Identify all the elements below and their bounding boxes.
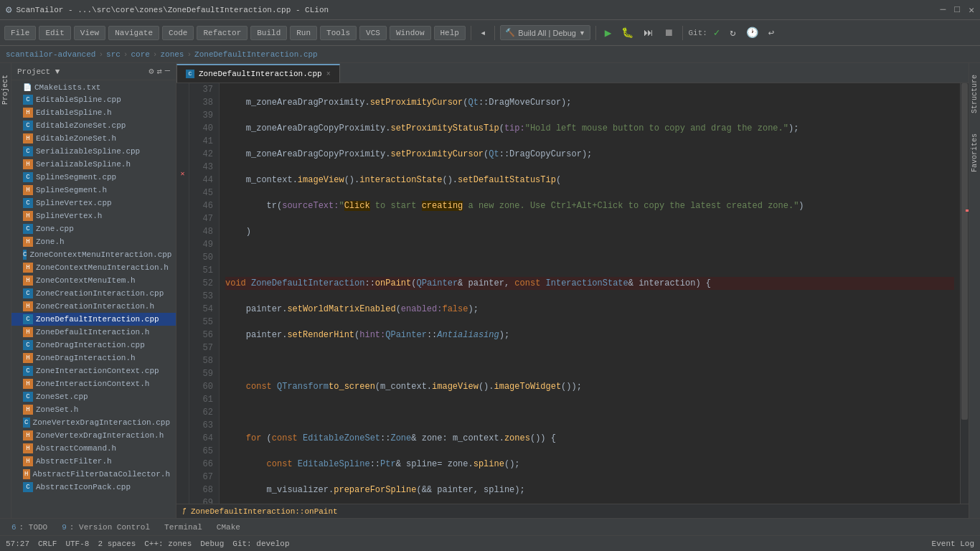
menu-code[interactable]: Code <box>162 26 194 40</box>
status-position[interactable]: 57:27 <box>6 540 29 548</box>
favorites-vtab[interactable]: Favorites <box>969 128 980 178</box>
file-zoneDragInteraction-h[interactable]: H ZoneDragInteraction.h <box>11 352 176 364</box>
file-icon-cpp7: C <box>23 250 27 260</box>
file-zoneDefaultInteraction-cpp[interactable]: C ZoneDefaultInteraction.cpp <box>11 313 176 326</box>
todo-tab[interactable]: 6 : TODO <box>6 522 53 533</box>
file-zoneContextMenuItem-h[interactable]: H ZoneContextMenuItem.h <box>11 274 176 287</box>
file-editableZoneSet-cpp[interactable]: C EditableZoneSet.cpp <box>11 119 176 132</box>
file-zoneDefaultInteraction-h[interactable]: H ZoneDefaultInteraction.h <box>11 326 176 339</box>
minimize-button[interactable]: ─ <box>941 4 946 16</box>
run-button[interactable]: ▶ <box>601 23 616 43</box>
version-control-tab[interactable]: 9 : Version Control <box>56 522 156 533</box>
file-abstractFilter-h[interactable]: H AbstractFilter.h <box>11 455 176 468</box>
menu-edit[interactable]: Edit <box>39 26 70 40</box>
scroll-indicator[interactable] <box>960 83 969 504</box>
file-serializableSpline-cpp[interactable]: C SerializableSpline.cpp <box>11 145 176 158</box>
code-editor[interactable]: ✕ <box>176 83 969 504</box>
file-abstractIconPack-cpp[interactable]: C AbstractIconPack.cpp <box>11 481 176 494</box>
tab-close-button[interactable]: × <box>326 70 331 78</box>
file-zoneCreationInteraction-cpp[interactable]: C ZoneCreationInteraction.cpp <box>11 287 176 300</box>
file-splineVertex-h[interactable]: H SplineVertex.h <box>11 209 176 222</box>
breadcrumb-item-file[interactable]: ZoneDefaultInteraction.cpp <box>194 50 318 59</box>
file-zoneInteractionContext-cpp[interactable]: C ZoneInteractionContext.cpp <box>11 364 176 377</box>
menu-file[interactable]: File <box>4 26 36 40</box>
line-50: for (const EditableZoneSet::Zone& zone :… <box>225 432 954 445</box>
titlebar-controls[interactable]: ─ □ ✕ <box>941 4 974 16</box>
project-vtab[interactable]: Project <box>0 69 11 110</box>
file-zoneVertexDragInteraction-cpp[interactable]: C ZoneVertexDragInteraction.cpp <box>11 416 176 429</box>
status-crlf[interactable]: CRLF <box>38 540 57 548</box>
file-zoneSet-h[interactable]: H ZoneSet.h <box>11 403 176 416</box>
close-button[interactable]: ✕ <box>969 4 974 16</box>
menu-window[interactable]: Window <box>390 26 431 40</box>
file-editableSpline-cpp[interactable]: C EditableSpline.cpp <box>11 93 176 106</box>
structure-vtab[interactable]: Structure <box>969 69 980 119</box>
file-icon-h13: H <box>23 405 33 415</box>
file-icon-h15: H <box>23 443 33 453</box>
active-tab[interactable]: C ZoneDefaultInteraction.cpp × <box>176 64 340 83</box>
sidebar-header: Project ▼ ⚙ ⇄ ─ <box>11 63 176 80</box>
file-zoneContextMenuInteraction-h[interactable]: H ZoneContextMenuInteraction.h <box>11 261 176 274</box>
git-sync-icon[interactable]: ↻ <box>726 24 739 42</box>
file-splineVertex-cpp[interactable]: C SplineVertex.cpp <box>11 197 176 209</box>
menu-navigate[interactable]: Navigate <box>108 26 159 40</box>
gutter-47 <box>176 204 189 216</box>
file-abstractCommand-h[interactable]: H AbstractCommand.h <box>11 442 176 455</box>
menu-refactor[interactable]: Refactor <box>197 26 248 40</box>
file-editableZoneSet-h[interactable]: H EditableZoneSet.h <box>11 132 176 145</box>
step-over-button[interactable]: ⏭ <box>640 24 657 42</box>
status-git-branch[interactable]: Git: develop <box>232 540 289 548</box>
file-splineSegment-cpp[interactable]: C SplineSegment.cpp <box>11 171 176 184</box>
menu-run[interactable]: Run <box>290 26 317 40</box>
breadcrumb-item-zones[interactable]: zones <box>160 50 184 59</box>
menu-vcs[interactable]: VCS <box>359 26 387 40</box>
file-abstractFilterDataCollector-h[interactable]: H AbstractFilterDataCollector.h <box>11 468 176 481</box>
build-button[interactable]: 🔨 Build All | Debug ▼ <box>500 25 590 40</box>
file-zoneSet-cpp[interactable]: C ZoneSet.cpp <box>11 390 176 403</box>
line-47 <box>225 354 954 367</box>
build-dropdown-arrow[interactable]: ▼ <box>579 29 585 37</box>
git-revert-icon[interactable]: ↩ <box>765 24 778 42</box>
line-43 <box>225 251 954 264</box>
status-indent[interactable]: 2 spaces <box>98 540 136 548</box>
file-splineSegment-h[interactable]: H SplineSegment.h <box>11 184 176 197</box>
file-zoneDragInteraction-cpp[interactable]: C ZoneDragInteraction.cpp <box>11 339 176 352</box>
status-mode[interactable]: Debug <box>200 540 224 548</box>
maximize-button[interactable]: □ <box>954 4 960 16</box>
file-zoneContextMenuInteraction-cpp[interactable]: C ZoneContextMenuInteraction.cpp <box>11 248 176 261</box>
file-zone-cpp[interactable]: C Zone.cpp <box>11 222 176 235</box>
back-icon[interactable]: ◂ <box>476 24 489 42</box>
status-encoding[interactable]: UTF-8 <box>65 540 89 548</box>
menu-help[interactable]: Help <box>434 26 466 40</box>
breadcrumb-item-src[interactable]: src <box>106 50 121 59</box>
menu-build[interactable]: Build <box>250 26 287 40</box>
tab-file-icon: C <box>186 70 194 78</box>
file-icon-cpp3: C <box>23 146 33 156</box>
file-zoneVertexDragInteraction-h[interactable]: H ZoneVertexDragInteraction.h <box>11 429 176 442</box>
file-zoneCreationInteraction-h[interactable]: H ZoneCreationInteraction.h <box>11 300 176 313</box>
scroll-thumb[interactable] <box>961 83 968 420</box>
event-log-button[interactable]: Event Log <box>932 540 974 548</box>
file-cmakeLists[interactable]: 📄 CMakeLists.txt <box>11 82 176 93</box>
sidebar-gear-icon[interactable]: ⚙ <box>149 66 154 77</box>
status-lang[interactable]: C++: zones <box>144 540 192 548</box>
sidebar-sync-icon[interactable]: ⇄ <box>157 66 162 77</box>
git-history-icon[interactable]: 🕐 <box>743 24 762 42</box>
terminal-tab[interactable]: Terminal <box>159 522 208 533</box>
file-icon-h16: H <box>23 456 33 466</box>
file-serializableSpline-h[interactable]: H SerializableSpline.h <box>11 158 176 171</box>
debug-button[interactable]: 🐛 <box>618 24 637 42</box>
breadcrumb-item-core[interactable]: core <box>131 50 149 59</box>
code-content[interactable]: m_zoneAreaDragProximity.setProximityCurs… <box>220 83 960 504</box>
git-check-icon[interactable]: ✓ <box>710 24 723 42</box>
toolbar-sep-3 <box>595 26 596 40</box>
breadcrumb-item-root[interactable]: scantailor-advanced <box>6 50 95 59</box>
file-zone-h[interactable]: H Zone.h <box>11 235 176 248</box>
sidebar-collapse-icon[interactable]: ─ <box>165 66 170 77</box>
menu-view[interactable]: View <box>74 26 105 40</box>
menu-tools[interactable]: Tools <box>320 26 357 40</box>
file-editableSpline-h[interactable]: H EditableSpline.h <box>11 106 176 119</box>
cmake-tab[interactable]: CMake <box>211 522 246 533</box>
stop-button[interactable]: ⏹ <box>660 24 677 42</box>
file-zoneInteractionContext-h[interactable]: H ZoneInteractionContext.h <box>11 377 176 390</box>
